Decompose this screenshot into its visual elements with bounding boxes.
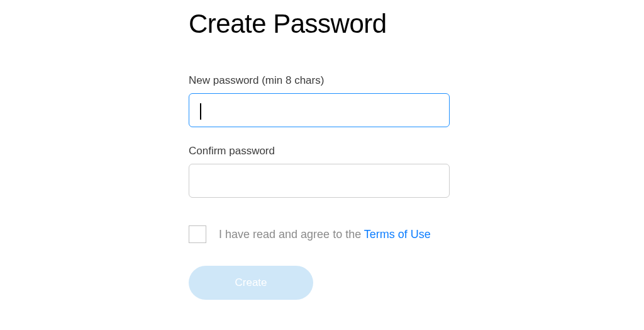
confirm-password-input[interactable] [189,164,450,198]
confirm-password-group: Confirm password [189,145,453,198]
create-button-label: Create [235,276,267,289]
consent-row: I have read and agree to the Terms of Us… [189,225,453,243]
terms-checkbox[interactable] [189,225,206,243]
confirm-password-label: Confirm password [189,145,453,157]
new-password-group: New password (min 8 chars) [189,74,453,127]
create-button[interactable]: Create [189,266,313,300]
consent-text: I have read and agree to the Terms of Us… [219,228,431,241]
new-password-label: New password (min 8 chars) [189,74,453,87]
new-password-input[interactable] [189,93,450,127]
create-password-form: Create Password New password (min 8 char… [189,9,453,300]
terms-of-use-link[interactable]: Terms of Use [364,228,431,241]
page-title: Create Password [189,9,453,39]
text-cursor [200,103,201,120]
consent-text-prefix: I have read and agree to the [219,228,364,241]
